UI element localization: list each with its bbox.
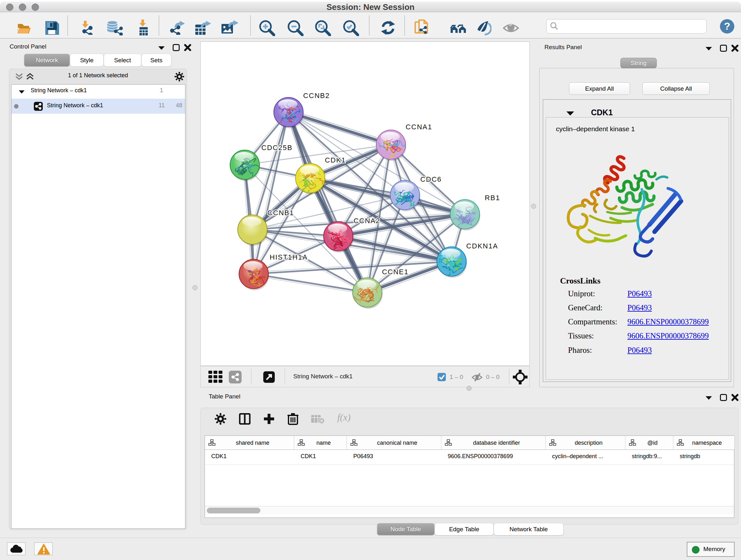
svg-text:RB1: RB1 (485, 194, 500, 202)
svg-text:CCNB2: CCNB2 (303, 91, 330, 100)
svg-text:CDK1: CDK1 (325, 156, 346, 164)
svg-text:CDKN1A: CDKN1A (466, 242, 498, 250)
svg-text:HIST1H1A: HIST1H1A (270, 253, 308, 261)
svg-text:CCNA1: CCNA1 (406, 123, 432, 131)
svg-text:CCNE1: CCNE1 (382, 268, 409, 276)
svg-text:CCNB1: CCNB1 (267, 209, 294, 217)
svg-text:CDC6: CDC6 (420, 175, 442, 183)
svg-text:CCNA2: CCNA2 (354, 217, 381, 225)
svg-text:CDC25B: CDC25B (261, 144, 293, 152)
